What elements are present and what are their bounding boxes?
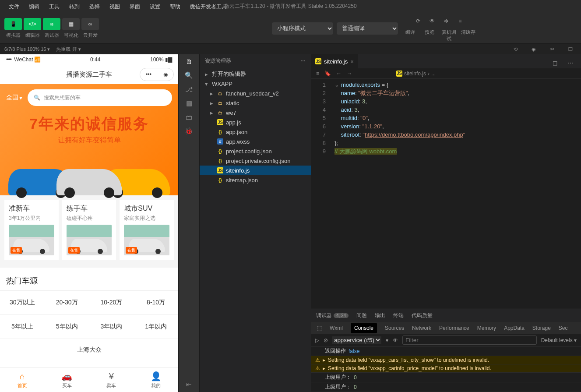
tab-quality[interactable]: 代码质量 [412, 312, 433, 319]
cut-icon[interactable]: ✂ [546, 43, 558, 55]
folder-we7[interactable]: ▸🗀we7 [200, 108, 311, 117]
debugger-toggle[interactable]: ≋ [43, 18, 60, 30]
brand-item[interactable]: 上海大众 [0, 339, 178, 361]
database-icon[interactable]: 🗃 [186, 113, 192, 121]
bug-icon[interactable]: 🐞 [185, 127, 193, 135]
menu-goto[interactable]: 转到 [65, 1, 84, 12]
close-icon[interactable]: × [350, 58, 354, 65]
devtab-storage[interactable]: Storage [532, 325, 551, 331]
popout-icon[interactable]: ❐ [564, 43, 577, 55]
menu-edit[interactable]: 编辑 [25, 1, 44, 12]
filter-input[interactable] [402, 335, 537, 345]
target-icon[interactable]: ◉ [163, 71, 168, 78]
filter-item[interactable]: 10-20万 [89, 291, 134, 315]
inspect-icon[interactable]: ⬚ [317, 325, 322, 331]
filter-item[interactable]: 3年以内 [89, 315, 134, 339]
search-input[interactable]: 🔍搜索您想要的车 [28, 89, 172, 106]
file-project-private[interactable]: {}project.private.config.json [200, 156, 311, 166]
file-project-config[interactable]: {}project.config.json [200, 146, 311, 156]
breadcrumb[interactable]: JSsiteinfo.js › ... [396, 71, 436, 77]
record-icon[interactable]: ◉ [528, 43, 540, 55]
tab-buy[interactable]: 🚗买车 [45, 368, 89, 392]
menu-file[interactable]: 文件 [4, 1, 24, 12]
split-icon[interactable]: ◫ [549, 57, 561, 69]
capsule[interactable]: •••◉ [140, 68, 174, 81]
remote-debug-button[interactable]: ✻ [440, 15, 452, 27]
tab-debugger[interactable]: 调试器4, 24 [316, 312, 349, 319]
hot-reload-toggle[interactable]: 热重载 开 ▾ [56, 46, 81, 53]
devtab-console[interactable]: Console [351, 323, 377, 333]
tab-me[interactable]: 👤我的 [134, 368, 178, 392]
tab-terminal[interactable]: 终端 [393, 312, 404, 319]
cloud-toggle[interactable]: ∞ [81, 18, 99, 30]
card-suv[interactable]: 城市SUV家庭实用之选在售 [120, 200, 174, 260]
clear-cache-button[interactable]: ≡ [454, 15, 466, 27]
more-icon[interactable]: ••• [146, 71, 151, 78]
eye-icon[interactable]: 👁 [393, 337, 398, 343]
more-icon[interactable]: ⋯ [300, 58, 306, 64]
filter-item[interactable]: 30万以上 [0, 291, 45, 315]
collapse-icon[interactable]: ⇤ [186, 381, 192, 388]
preview-button[interactable]: 👁 [426, 15, 438, 27]
forward-icon[interactable]: → [347, 71, 352, 77]
clear-icon[interactable]: ⊘ [324, 337, 328, 343]
file-siteinfo-js[interactable]: JSsiteinfo.js [200, 166, 311, 175]
devtab-performance[interactable]: Performance [439, 325, 469, 331]
file-app-js[interactable]: JSapp.js [200, 117, 311, 127]
back-icon[interactable]: ← [336, 71, 342, 77]
simulator-toggle[interactable]: 📱 [4, 18, 22, 30]
card-new[interactable]: 准新车3年1万公里内在售 [4, 200, 59, 260]
explorer-icon[interactable]: 🗎 [186, 58, 192, 65]
devtab-wxml[interactable]: Wxml [330, 325, 343, 331]
compile-mode-select[interactable]: 普通编译 [337, 22, 398, 35]
devtab-sources[interactable]: Sources [385, 325, 404, 331]
menu-view[interactable]: 视图 [105, 1, 124, 12]
file-app-json[interactable]: {}app.json [200, 127, 311, 137]
app-mode-select[interactable]: 小程序模式 [272, 22, 333, 35]
tab-output[interactable]: 输出 [375, 312, 385, 319]
tab-problems[interactable]: 问题 [356, 312, 367, 319]
group-wxapp[interactable]: ▾WXAPP [200, 79, 311, 88]
menu-ui[interactable]: 界面 [125, 1, 144, 12]
folder-fanchun[interactable]: ▸🗀fanchun_usedcar_v2 [200, 88, 311, 98]
tab-home[interactable]: ⌂首页 [0, 368, 45, 392]
filter-item[interactable]: 8-10万 [134, 291, 178, 315]
levels-select[interactable]: Default levels ▾ [541, 337, 577, 343]
tab-sell[interactable]: ¥卖车 [89, 368, 134, 392]
group-open-editors[interactable]: ▸打开的编辑器 [200, 69, 311, 79]
console-output[interactable]: 返回操作 false Setting data field "wxapp_car… [311, 346, 581, 392]
expand-icon[interactable] [323, 365, 325, 371]
editor-toggle[interactable]: </> [24, 18, 41, 30]
extensions-icon[interactable]: ▦ [186, 99, 192, 107]
filter-item[interactable]: 1年以内 [134, 315, 178, 339]
menu-tools[interactable]: 工具 [45, 1, 64, 12]
menu-help[interactable]: 帮助 [165, 1, 185, 12]
device-select[interactable]: 6/7/8 Plus 100% 16 ▾ [4, 46, 50, 52]
card-practice[interactable]: 练手车磕碰不心疼在售 [62, 200, 116, 260]
filter-item[interactable]: 20-30万 [45, 291, 89, 315]
refresh-icon[interactable]: ⟲ [509, 43, 521, 55]
file-sitemap[interactable]: {}sitemap.json [200, 175, 311, 185]
menu-settings[interactable]: 设置 [145, 1, 165, 12]
context-select[interactable]: appservice (#5) [332, 336, 381, 344]
compile-button[interactable]: ⟳ [412, 15, 424, 27]
filter-item[interactable]: 5年以内 [45, 315, 89, 339]
expand-icon[interactable] [323, 357, 325, 363]
search-panel-icon[interactable]: 🔍 [185, 71, 193, 79]
visual-toggle[interactable]: ▦ [62, 18, 80, 30]
branch-icon[interactable]: ⎇ [185, 85, 193, 93]
region-picker[interactable]: 全国▾ [6, 94, 22, 102]
code-editor[interactable]: 123456789 ⌄module.exports = { name: "微云二… [311, 79, 581, 155]
play-icon[interactable]: ▷ [315, 337, 319, 343]
more-icon[interactable]: ⋯ [564, 57, 577, 69]
editor-tab[interactable]: JSsiteinfo.js× [311, 54, 358, 68]
devtab-network[interactable]: Network [412, 325, 431, 331]
devtab-security[interactable]: Sec [559, 325, 568, 331]
folder-static[interactable]: ▸🗀static [200, 98, 311, 108]
devtab-appdata[interactable]: AppData [504, 325, 525, 331]
bookmark-icon[interactable]: 🔖 [324, 71, 331, 77]
bar-icon[interactable]: ≡ [316, 71, 319, 77]
devtab-memory[interactable]: Memory [477, 325, 496, 331]
file-app-wxss[interactable]: #app.wxss [200, 137, 311, 146]
filter-item[interactable]: 5年以上 [0, 315, 45, 339]
